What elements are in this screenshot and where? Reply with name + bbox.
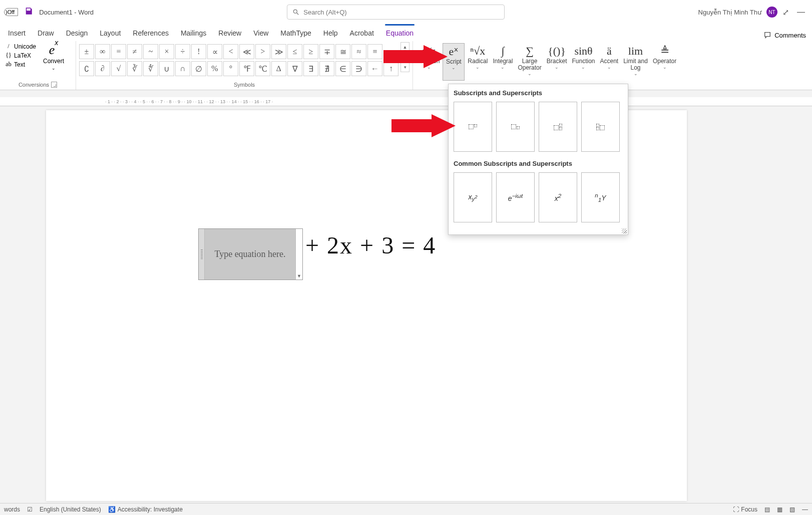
equation-placeholder-text[interactable]: Type equation here. bbox=[205, 229, 295, 280]
symbol-button[interactable]: ≈ bbox=[351, 44, 366, 59]
spellcheck-icon[interactable]: ☑ bbox=[27, 506, 33, 513]
avatar[interactable]: NT bbox=[766, 7, 777, 18]
symbol-button[interactable]: ≥ bbox=[303, 44, 318, 59]
symbol-button[interactable]: ∪ bbox=[159, 61, 174, 76]
tab-references[interactable]: References bbox=[127, 26, 175, 41]
symbol-button[interactable]: ∞ bbox=[95, 44, 110, 59]
svg-point-0 bbox=[294, 10, 297, 13]
print-layout-icon[interactable]: ▦ bbox=[777, 506, 782, 513]
tab-equation[interactable]: Equation bbox=[380, 26, 420, 41]
symbol-button[interactable]: ∜ bbox=[143, 61, 158, 76]
common-x-y2[interactable]: xy2 bbox=[454, 172, 492, 222]
common-e-iwt[interactable]: e−iωt bbox=[496, 172, 535, 222]
tab-mailings[interactable]: Mailings bbox=[175, 26, 212, 41]
autosave-toggle[interactable]: ) Off bbox=[4, 8, 18, 16]
symbol-button[interactable]: ∆ bbox=[271, 61, 286, 76]
language-status[interactable]: English (United States) bbox=[40, 506, 101, 513]
symbol-button[interactable]: < bbox=[223, 44, 238, 59]
tab-insert[interactable]: Insert bbox=[2, 26, 32, 41]
tab-help[interactable]: Help bbox=[317, 26, 344, 41]
symbol-button[interactable]: ≠ bbox=[127, 44, 142, 59]
structure-accent[interactable]: äAccent⌄ bbox=[598, 43, 621, 81]
zoom-out[interactable]: — bbox=[802, 506, 808, 513]
text-option[interactable]: abText bbox=[3, 60, 38, 69]
symbol-button[interactable]: √ bbox=[111, 61, 126, 76]
symbol-button[interactable]: ∃ bbox=[303, 61, 318, 76]
symbol-button[interactable]: > bbox=[255, 44, 270, 59]
tab-view[interactable]: View bbox=[247, 26, 274, 41]
left-super-sub-option[interactable] bbox=[581, 102, 620, 152]
symbol-button[interactable]: ≡ bbox=[367, 44, 382, 59]
word-count[interactable]: words bbox=[4, 506, 20, 513]
symbol-button[interactable]: ± bbox=[79, 44, 94, 59]
tab-layout[interactable]: Layout bbox=[94, 26, 127, 41]
symbol-button[interactable]: ∁ bbox=[79, 61, 94, 76]
symbol-button[interactable]: ≫ bbox=[271, 44, 286, 59]
symbol-button[interactable]: % bbox=[207, 61, 222, 76]
search-box[interactable]: Search (Alt+Q) bbox=[287, 5, 505, 20]
web-layout-icon[interactable]: ▧ bbox=[789, 506, 795, 513]
symbol-button[interactable]: ÷ bbox=[175, 44, 190, 59]
status-bar: words ☑ English (United States) ♿ Access… bbox=[0, 503, 812, 515]
read-mode-icon[interactable]: ▤ bbox=[764, 506, 770, 513]
convert-button[interactable]: ex Convert ⌄ bbox=[40, 42, 67, 81]
svg-line-1 bbox=[297, 13, 299, 15]
symbol-button[interactable]: ℃ bbox=[255, 61, 270, 76]
equation-move-handle[interactable] bbox=[199, 229, 205, 280]
structure-icon: sinθ bbox=[574, 44, 592, 58]
tab-design[interactable]: Design bbox=[60, 26, 94, 41]
accessibility-status[interactable]: ♿ Accessibility: Investigate bbox=[108, 506, 183, 513]
symbol-button[interactable]: ≤ bbox=[287, 44, 302, 59]
equation-placeholder-box[interactable]: Type equation here. ▼ bbox=[198, 228, 303, 280]
symbol-button[interactable]: ∈ bbox=[335, 61, 350, 76]
symbol-button[interactable]: ∝ bbox=[207, 44, 222, 59]
svg-marker-3 bbox=[391, 114, 456, 137]
latex-option[interactable]: {}LaTeX bbox=[3, 51, 38, 60]
symbol-button[interactable]: ∅ bbox=[191, 61, 206, 76]
superscript-option[interactable] bbox=[454, 102, 492, 152]
structure-operator[interactable]: ≜Operator⌄ bbox=[651, 43, 678, 81]
popup-resize-handle[interactable] bbox=[622, 228, 627, 233]
symbol-button[interactable]: ℉ bbox=[239, 61, 254, 76]
symbol-button[interactable]: ∓ bbox=[319, 44, 334, 59]
symbol-button[interactable]: ∄ bbox=[319, 61, 334, 76]
symbol-button[interactable]: ≪ bbox=[239, 44, 254, 59]
symbol-button[interactable]: ° bbox=[223, 61, 238, 76]
symbol-button[interactable]: ∩ bbox=[175, 61, 190, 76]
symbol-button[interactable]: ∂ bbox=[95, 61, 110, 76]
symbol-button[interactable]: ∇ bbox=[287, 61, 302, 76]
symbol-button[interactable]: × bbox=[159, 44, 174, 59]
symbol-button[interactable]: ∛ bbox=[127, 61, 142, 76]
structure-large-operator[interactable]: ∑Large Operator⌄ bbox=[516, 43, 543, 81]
ribbon-display-icon[interactable]: ⤢ bbox=[782, 8, 789, 17]
tab-acrobat[interactable]: Acrobat bbox=[344, 26, 380, 41]
popup-section1-title: Subscripts and Superscripts bbox=[454, 89, 623, 97]
comments-button[interactable]: Comments bbox=[759, 29, 810, 41]
structure-function[interactable]: sinθFunction⌄ bbox=[570, 43, 597, 81]
save-icon[interactable] bbox=[24, 7, 33, 18]
symbol-button[interactable]: ≅ bbox=[335, 44, 350, 59]
symbol-button[interactable]: ~ bbox=[143, 44, 158, 59]
conversions-launcher[interactable] bbox=[51, 82, 57, 88]
common-x2[interactable]: x2 bbox=[539, 172, 577, 222]
tab-review[interactable]: Review bbox=[212, 26, 247, 41]
common-nY[interactable]: n1Y bbox=[581, 172, 620, 222]
structure-bracket[interactable]: {()}Bracket⌄ bbox=[545, 43, 569, 81]
symbol-button[interactable]: ! bbox=[191, 44, 206, 59]
structure-radical[interactable]: ⁿ√xRadical⌄ bbox=[466, 43, 490, 81]
equation-options-dropdown[interactable]: ▼ bbox=[295, 229, 302, 280]
super-sub-option[interactable] bbox=[539, 102, 577, 152]
symbol-button[interactable]: = bbox=[111, 44, 126, 59]
minimize-button[interactable]: — bbox=[794, 8, 808, 17]
focus-mode[interactable]: ⛶ Focus bbox=[733, 506, 757, 513]
symbol-button[interactable]: ∋ bbox=[351, 61, 366, 76]
subscript-option[interactable] bbox=[496, 102, 535, 152]
structure-limit-and-log[interactable]: limLimit and Log⌄ bbox=[621, 43, 650, 81]
unicode-option[interactable]: /Unicode bbox=[3, 42, 38, 51]
horizontal-ruler[interactable]: · 1 · · 2 · · 3 · · 4 · · 5 · · 6 · · 7 … bbox=[0, 97, 812, 106]
symbol-button[interactable]: ← bbox=[367, 61, 382, 76]
structure-integral[interactable]: ∫Integral⌄ bbox=[491, 43, 515, 81]
tab-mathtype[interactable]: MathType bbox=[274, 26, 317, 41]
chevron-down-icon: ⌄ bbox=[501, 65, 505, 70]
username[interactable]: Nguyễn Thị Minh Thư bbox=[698, 9, 761, 16]
